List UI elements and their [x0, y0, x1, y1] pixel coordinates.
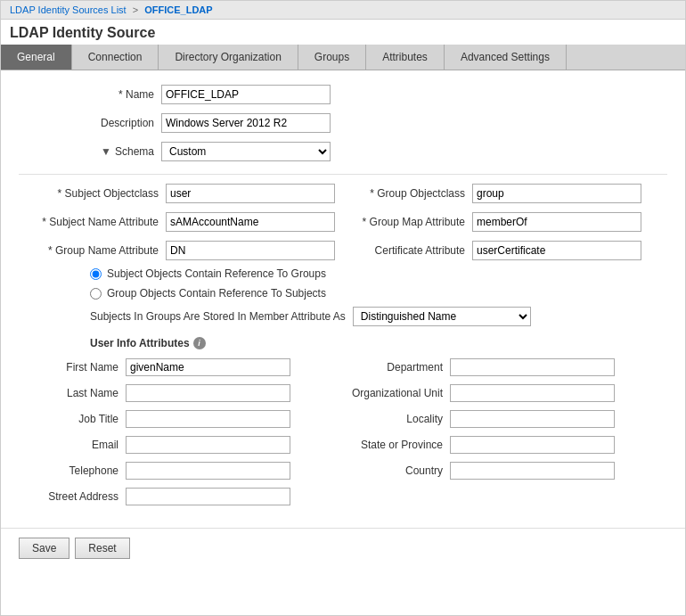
- objectclass-row: * Subject Objectclass * Group Objectclas…: [19, 184, 667, 212]
- tab-directory-organization[interactable]: Directory Organization: [159, 45, 298, 70]
- locality-row: Locality: [343, 410, 667, 428]
- name-attr-row: * Subject Name Attribute * Group Map Att…: [19, 212, 667, 241]
- state-province-input[interactable]: [450, 436, 615, 454]
- first-name-label: First Name: [19, 361, 126, 374]
- locality-label: Locality: [343, 413, 450, 425]
- state-province-row: State or Province: [343, 436, 667, 454]
- country-input[interactable]: [450, 462, 615, 480]
- department-row: Department: [343, 358, 667, 376]
- user-info-grid: First Name Last Name Job Title Email Tel…: [19, 358, 667, 513]
- job-title-input[interactable]: [126, 410, 290, 428]
- certificate-attr-label: Certificate Attribute: [343, 244, 472, 257]
- group-name-attr-label: * Group Name Attribute: [19, 244, 166, 257]
- tab-attributes[interactable]: Attributes: [366, 45, 445, 70]
- tab-advanced-settings[interactable]: Advanced Settings: [445, 45, 567, 70]
- schema-select[interactable]: Custom ActiveDirectory OpenLDAP: [161, 142, 331, 161]
- email-row: Email: [19, 436, 343, 454]
- form-area: * Name Description ▼ Schema Custom Activ…: [1, 70, 685, 528]
- radio2-groups-to-subjects[interactable]: [90, 288, 102, 300]
- radio1-row: Subject Objects Contain Reference To Gro…: [19, 267, 667, 280]
- tabs-bar: General Connection Directory Organizatio…: [1, 45, 685, 70]
- street-address-row: Street Address: [19, 488, 343, 505]
- user-info-left: First Name Last Name Job Title Email Tel…: [19, 358, 343, 513]
- divider-1: [19, 174, 667, 175]
- last-name-label: Last Name: [19, 387, 126, 399]
- name-input[interactable]: [161, 85, 331, 104]
- first-name-input[interactable]: [126, 358, 290, 376]
- tab-connection[interactable]: Connection: [72, 45, 159, 70]
- breadcrumb-current: OFFICE_LDAP: [144, 4, 212, 15]
- schema-arrow-icon: ▼: [101, 145, 111, 158]
- info-icon[interactable]: i: [193, 337, 206, 349]
- country-row: Country: [343, 462, 667, 480]
- org-unit-row: Organizational Unit: [343, 384, 667, 402]
- subject-objectclass-input[interactable]: [166, 184, 335, 203]
- schema-label: ▼ Schema: [19, 145, 161, 158]
- breadcrumb-separator: >: [133, 4, 138, 15]
- locality-input[interactable]: [450, 410, 615, 428]
- telephone-label: Telephone: [19, 464, 126, 477]
- user-info-title: User Info Attributes i: [19, 337, 667, 349]
- email-input[interactable]: [126, 436, 290, 454]
- radio1-label: Subject Objects Contain Reference To Gro…: [107, 267, 326, 280]
- save-button[interactable]: Save: [19, 538, 69, 559]
- street-address-input[interactable]: [126, 488, 290, 505]
- org-unit-input[interactable]: [450, 384, 615, 402]
- radio1-subject-to-groups[interactable]: [90, 268, 102, 280]
- email-label: Email: [19, 439, 126, 451]
- breadcrumb-link[interactable]: LDAP Identity Sources List: [10, 4, 127, 15]
- member-attr-label: Subjects In Groups Are Stored In Member …: [90, 310, 346, 323]
- org-unit-label: Organizational Unit: [343, 387, 450, 399]
- group-objectclass-label: * Group Objectclass: [343, 187, 472, 200]
- telephone-input[interactable]: [126, 462, 290, 480]
- telephone-row: Telephone: [19, 462, 343, 480]
- group-name-row: * Group Name Attribute Certificate Attri…: [19, 241, 667, 260]
- subject-objectclass-label: * Subject Objectclass: [19, 187, 166, 200]
- tab-general[interactable]: General: [1, 45, 72, 70]
- last-name-input[interactable]: [126, 384, 290, 402]
- schema-row: ▼ Schema Custom ActiveDirectory OpenLDAP: [19, 142, 667, 161]
- job-title-label: Job Title: [19, 413, 126, 425]
- page-title: LDAP Identity Source: [1, 20, 685, 45]
- tab-groups[interactable]: Groups: [298, 45, 366, 70]
- street-address-label: Street Address: [19, 490, 126, 503]
- radio2-label: Group Objects Contain Reference To Subje…: [107, 287, 326, 300]
- country-label: Country: [343, 464, 450, 477]
- state-province-label: State or Province: [343, 439, 450, 451]
- subject-name-attr-label: * Subject Name Attribute: [19, 216, 166, 228]
- buttons-row: Save Reset: [1, 528, 685, 571]
- group-map-attr-input[interactable]: [472, 212, 641, 232]
- breadcrumb: LDAP Identity Sources List > OFFICE_LDAP: [1, 1, 685, 20]
- description-label: Description: [19, 117, 161, 129]
- user-info-right: Department Organizational Unit Locality …: [343, 358, 667, 513]
- description-input[interactable]: [161, 113, 331, 133]
- group-objectclass-input[interactable]: [472, 184, 641, 203]
- last-name-row: Last Name: [19, 384, 343, 402]
- department-label: Department: [343, 361, 450, 374]
- radio2-row: Group Objects Contain Reference To Subje…: [19, 287, 667, 300]
- member-attr-select[interactable]: Distinguished Name Name DN Other: [353, 307, 531, 326]
- group-name-attr-input[interactable]: [166, 241, 335, 260]
- name-row: * Name: [19, 85, 667, 104]
- department-input[interactable]: [450, 358, 615, 376]
- first-name-row: First Name: [19, 358, 343, 376]
- job-title-row: Job Title: [19, 410, 343, 428]
- subject-name-attr-input[interactable]: [166, 212, 335, 232]
- reset-button[interactable]: Reset: [75, 538, 129, 559]
- group-map-attr-label: * Group Map Attribute: [343, 216, 472, 228]
- member-attr-row: Subjects In Groups Are Stored In Member …: [19, 307, 667, 326]
- certificate-attr-input[interactable]: [472, 241, 641, 260]
- description-row: Description: [19, 113, 667, 133]
- name-label: * Name: [19, 88, 161, 101]
